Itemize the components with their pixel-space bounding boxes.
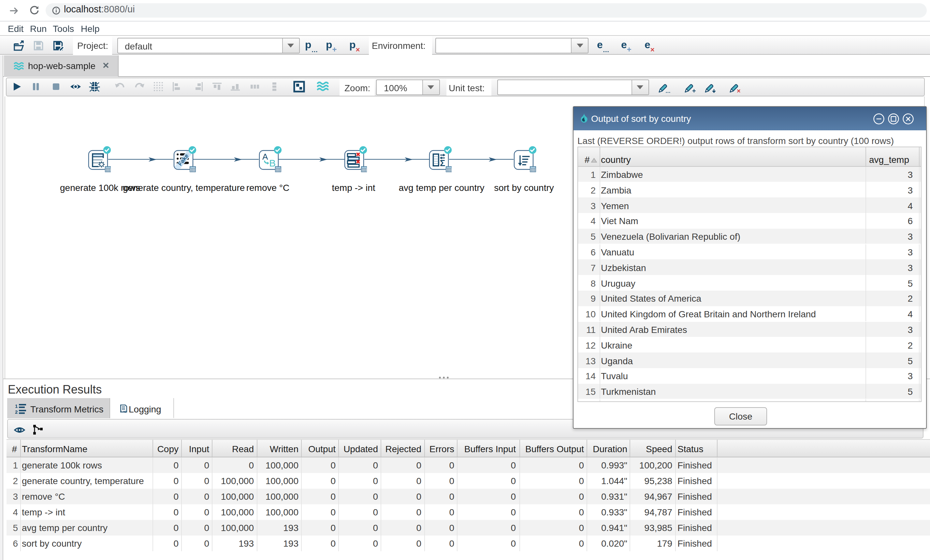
svg-text:+: +: [692, 87, 696, 94]
svg-text:Σ: Σ: [440, 158, 445, 168]
svg-text:A: A: [262, 151, 268, 161]
svg-text:2: 2: [15, 409, 17, 414]
svg-text:1: 1: [15, 403, 17, 409]
svg-text:Log: Log: [121, 410, 126, 413]
svg-text:×: ×: [736, 87, 741, 94]
svg-text:B: B: [269, 157, 276, 168]
svg-text:…: …: [665, 88, 671, 94]
